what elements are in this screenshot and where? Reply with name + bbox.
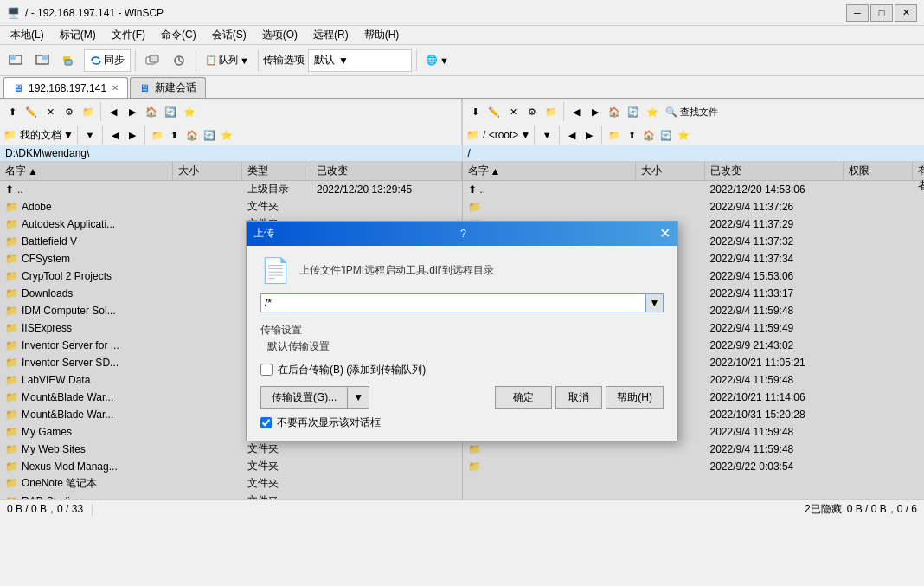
- path-btn-r3[interactable]: 🏠: [640, 126, 658, 144]
- path-btn-l1[interactable]: 📁: [149, 126, 166, 144]
- filter-btn-l[interactable]: ▼: [81, 126, 99, 144]
- svg-line-10: [179, 61, 182, 62]
- nav-right-l[interactable]: ▶: [124, 126, 141, 144]
- bookmark-l[interactable]: ⭐: [181, 103, 198, 120]
- svg-rect-1: [10, 55, 16, 60]
- new-folder-button-l[interactable]: 📁: [80, 103, 97, 120]
- sep-r1: [563, 102, 564, 121]
- transfer-settings-dropdown[interactable]: ▼: [348, 386, 369, 409]
- sep4: [416, 50, 417, 71]
- transfer-dropdown[interactable]: 默认 ▼: [308, 49, 412, 72]
- menu-remote[interactable]: 远程(R): [306, 26, 356, 44]
- menu-options[interactable]: 选项(O): [255, 26, 305, 44]
- sep-path-l: [77, 126, 78, 145]
- nav-fwd-r[interactable]: ▶: [587, 103, 604, 120]
- delete-button-r[interactable]: ✕: [504, 103, 522, 120]
- path-btn-l5[interactable]: ⭐: [218, 126, 235, 144]
- globe-arrow: ▼: [440, 55, 449, 66]
- path-btn-r4[interactable]: 🔄: [658, 126, 675, 144]
- dialog-overlay: 上传 ? ✕ 📄 上传文件'IPMI远程启动工具.dll'到远程目录 ▼ 传输: [0, 162, 924, 499]
- no-show-checkbox[interactable]: [260, 417, 272, 428]
- icon-2: [35, 53, 50, 68]
- main-area: 名字 ▲ 大小 类型 已改变 ⬆.. 上级目录 2022/12/20 13:29…: [0, 162, 924, 499]
- nav-left-l[interactable]: ◀: [106, 126, 124, 144]
- svg-rect-3: [42, 55, 48, 60]
- main-toolbar: 同步 📋 队列 ▼ 传输选项 默认 ▼ 🌐 ▼: [0, 45, 924, 76]
- nav-right-r[interactable]: ▶: [581, 126, 598, 144]
- globe-button[interactable]: 🌐 ▼: [421, 48, 453, 73]
- filter-btn-r[interactable]: ▼: [538, 126, 555, 144]
- tab-new-session[interactable]: 🖥 新建会话: [130, 77, 206, 98]
- menu-help[interactable]: 帮助(H): [357, 26, 407, 44]
- queue-button[interactable]: 📋 队列 ▼: [201, 48, 253, 73]
- title-bar: 🖥️ / - 192.168.197.141 - WinSCP ─ □ ✕: [0, 0, 924, 26]
- menu-command[interactable]: 命令(C): [154, 26, 203, 44]
- refresh-r[interactable]: 🔄: [625, 103, 642, 120]
- icon-4: [145, 54, 159, 68]
- nav-back-l[interactable]: ◀: [105, 103, 122, 120]
- sep1: [135, 50, 136, 71]
- edit-button-r[interactable]: ✏️: [485, 103, 503, 120]
- menu-local[interactable]: 本地(L): [3, 26, 51, 44]
- close-button[interactable]: ✕: [895, 4, 917, 22]
- toolbar-btn2[interactable]: [30, 48, 55, 73]
- new-folder-button-r[interactable]: 📁: [542, 103, 560, 120]
- path-btn-l3[interactable]: 🏠: [183, 126, 201, 144]
- nav-home-r[interactable]: 🏠: [606, 103, 623, 120]
- current-path-bar: D:\DKM\wendang\ /: [0, 145, 924, 162]
- search-button-r[interactable]: 🔍 查找文件: [663, 103, 721, 120]
- right-path-dropdown[interactable]: ▼: [520, 129, 530, 141]
- toolbar-btn1[interactable]: [3, 48, 28, 73]
- tab-session-close[interactable]: ✕: [112, 83, 119, 93]
- toolbar-btn4[interactable]: [140, 48, 164, 73]
- bg-transfer-checkbox[interactable]: [260, 364, 273, 376]
- left-path-dropdown[interactable]: ▼: [63, 129, 74, 141]
- cancel-button[interactable]: 取消: [555, 386, 602, 409]
- maximize-button[interactable]: □: [870, 4, 893, 22]
- ok-button[interactable]: 确定: [495, 386, 552, 409]
- props-button-r[interactable]: ⚙: [523, 103, 541, 120]
- delete-button-l[interactable]: ✕: [42, 103, 59, 120]
- path-btn-r1[interactable]: 📁: [606, 126, 623, 144]
- svg-rect-7: [150, 55, 158, 62]
- toolbar-btn5[interactable]: [167, 48, 191, 73]
- props-button-l[interactable]: ⚙: [61, 103, 78, 120]
- minimize-button[interactable]: ─: [846, 4, 869, 22]
- up-button[interactable]: ⬆: [3, 103, 21, 120]
- dialog-desc-text: 上传文件'IPMI远程启动工具.dll'到远程目录: [299, 263, 494, 278]
- menu-file[interactable]: 文件(F): [105, 26, 152, 44]
- dialog-path-dropdown[interactable]: ▼: [646, 293, 664, 312]
- bg-transfer-label: 在后台传输(B) (添加到传输队列): [278, 363, 426, 377]
- no-show-row: 不要再次显示该对话框: [260, 415, 664, 430]
- window-title: / - 192.168.197.141 - WinSCP: [25, 7, 164, 19]
- right-path-icon: 📁: [466, 129, 479, 141]
- path-btn-l4[interactable]: 🔄: [201, 126, 218, 144]
- icon-1: [8, 53, 23, 68]
- left-path-label: 我的文档: [20, 128, 61, 143]
- nav-fwd-l[interactable]: ▶: [124, 103, 141, 120]
- dialog-path-input[interactable]: [260, 293, 646, 312]
- sync-button[interactable]: 同步: [84, 49, 131, 72]
- path-btn-l2[interactable]: ⬆: [166, 126, 183, 144]
- menu-session[interactable]: 会话(S): [205, 26, 253, 44]
- sep-path-r: [534, 126, 535, 145]
- dialog-close-button[interactable]: ✕: [659, 227, 671, 241]
- menu-mark[interactable]: 标记(M): [53, 26, 103, 44]
- tab-session-icon: 🖥: [13, 82, 23, 94]
- path-btn-r5[interactable]: ⭐: [675, 126, 692, 144]
- upload-dialog: 上传 ? ✕ 📄 上传文件'IPMI远程启动工具.dll'到远程目录 ▼ 传输: [246, 221, 678, 441]
- edit-button-l[interactable]: ✏️: [22, 103, 40, 120]
- refresh-l[interactable]: 🔄: [162, 103, 179, 120]
- transfer-settings-button[interactable]: 传输设置(G)...: [260, 386, 348, 409]
- left-path-icon: 📁: [3, 129, 16, 141]
- tab-session[interactable]: 🖥 192.168.197.141 ✕: [3, 77, 128, 98]
- tab-new-icon: 🖥: [139, 82, 150, 94]
- nav-up-l[interactable]: 🏠: [143, 103, 160, 120]
- nav-left-r[interactable]: ◀: [563, 126, 581, 144]
- bookmark-r[interactable]: ⭐: [644, 103, 661, 120]
- down-button[interactable]: ⬇: [466, 103, 484, 120]
- nav-back-r[interactable]: ◀: [568, 103, 585, 120]
- help-button[interactable]: 帮助(H): [606, 386, 664, 409]
- toolbar-btn3[interactable]: [57, 48, 81, 73]
- path-btn-r2[interactable]: ⬆: [623, 126, 640, 144]
